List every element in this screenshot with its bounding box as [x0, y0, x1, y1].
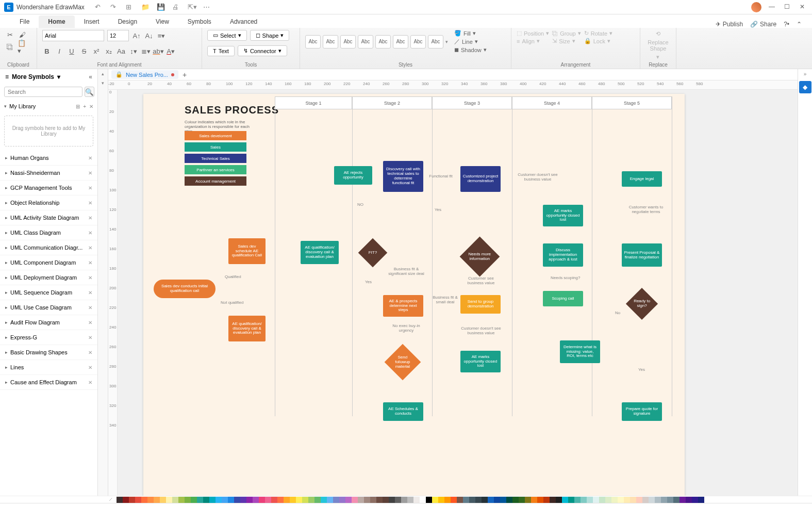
replace-shape-button[interactable]: ⟲Replace Shape▾	[648, 30, 668, 60]
library-item-close-icon[interactable]: ✕	[88, 350, 92, 355]
eyedropper-icon[interactable]: ⟋	[108, 496, 113, 503]
color-swatch[interactable]	[160, 497, 166, 503]
library-item[interactable]: ▸Cause and Effect Diagram✕	[0, 375, 97, 390]
line-button[interactable]: ／ Line▾	[454, 38, 487, 45]
tab-home[interactable]: Home	[39, 15, 74, 28]
color-swatch[interactable]	[296, 497, 302, 503]
color-swatch[interactable]	[222, 497, 228, 503]
share-button[interactable]: 🔗 Share	[750, 21, 776, 28]
subscript-icon[interactable]: x₂	[104, 46, 113, 56]
color-swatch[interactable]	[512, 497, 519, 503]
color-swatch[interactable]	[228, 497, 234, 503]
color-swatch[interactable]	[321, 497, 327, 503]
node-sendgroup[interactable]: Send to group demonstration	[460, 295, 501, 314]
library-item-close-icon[interactable]: ✕	[88, 215, 92, 221]
node-fit[interactable]: FIT?	[358, 238, 388, 268]
save-icon[interactable]: 💾	[157, 3, 165, 11]
search-icon[interactable]: 🔍	[85, 87, 94, 97]
maximize-icon[interactable]: ☐	[784, 3, 792, 11]
color-swatch[interactable]	[562, 497, 568, 503]
node-present[interactable]: Present Proposal & finalize negotiation	[622, 243, 662, 267]
font-color-icon[interactable]: A▾	[166, 46, 175, 56]
color-swatch[interactable]	[277, 497, 284, 503]
color-swatch[interactable]	[147, 497, 154, 503]
color-swatch[interactable]	[500, 497, 506, 503]
qat-customize-icon[interactable]: ⋯	[203, 3, 211, 11]
copy-icon[interactable]: ⿻	[5, 42, 14, 52]
library-item-close-icon[interactable]: ✕	[88, 155, 92, 161]
library-item[interactable]: ▸Lines✕	[0, 360, 97, 375]
color-swatch[interactable]	[197, 497, 203, 503]
tab-insert[interactable]: Insert	[75, 15, 109, 28]
color-swatch[interactable]	[234, 497, 240, 503]
library-item-close-icon[interactable]: ✕	[88, 185, 92, 191]
library-item[interactable]: ▸Nassi-Shneiderman✕	[0, 166, 97, 181]
undo-icon[interactable]: ↶	[95, 3, 103, 11]
library-item[interactable]: ▸UML Component Diagram✕	[0, 255, 97, 270]
color-swatch[interactable]	[352, 497, 358, 503]
color-swatch[interactable]	[642, 497, 649, 503]
library-item[interactable]: ▸UML Sequence Diagram✕	[0, 285, 97, 300]
color-swatch[interactable]	[413, 497, 420, 503]
color-swatch[interactable]	[154, 497, 160, 503]
color-swatch[interactable]	[265, 497, 271, 503]
text-button[interactable]: T Text	[207, 46, 235, 56]
style-preset-6[interactable]: Abc	[393, 35, 408, 48]
color-swatch[interactable]	[438, 497, 444, 503]
color-swatch[interactable]	[531, 497, 537, 503]
node-engage[interactable]: Engage legal	[622, 171, 662, 187]
lock-button[interactable]: 🔒 Lock▾	[584, 38, 612, 44]
node-followup[interactable]: Send followup material	[385, 344, 421, 381]
library-item-close-icon[interactable]: ✕	[88, 230, 92, 236]
color-swatch[interactable]	[469, 497, 475, 503]
library-item[interactable]: ▸Object Relationship✕	[0, 195, 97, 210]
font-size-select[interactable]	[107, 30, 129, 41]
library-item-close-icon[interactable]: ✕	[88, 170, 92, 176]
underline-icon[interactable]: U	[67, 46, 76, 56]
color-swatch[interactable]	[216, 497, 222, 503]
style-preset-4[interactable]: Abc	[358, 35, 373, 48]
color-swatch[interactable]	[426, 497, 432, 503]
color-swatch[interactable]	[519, 497, 525, 503]
node-missing[interactable]: Determine what is missing: value, ROI, t…	[560, 340, 600, 363]
color-swatch[interactable]	[581, 497, 587, 503]
color-swatch[interactable]	[290, 497, 296, 503]
size-button[interactable]: ⇲ Size▾	[552, 38, 581, 44]
color-swatch[interactable]	[420, 497, 426, 503]
gutter-up-icon[interactable]: ▴	[102, 69, 104, 78]
library-item-close-icon[interactable]: ✕	[88, 260, 92, 266]
increase-font-icon[interactable]: A↑	[132, 31, 141, 40]
color-swatch[interactable]	[383, 497, 389, 503]
export-icon[interactable]: ⇱▾	[188, 3, 196, 11]
library-item[interactable]: ▸Express-G✕	[0, 330, 97, 345]
publish-button[interactable]: ✈ Publish	[716, 21, 743, 28]
color-swatch[interactable]	[178, 497, 185, 503]
node-closed2[interactable]: AE marks opportunity closed lost	[543, 205, 583, 226]
color-swatch[interactable]	[401, 497, 407, 503]
position-button[interactable]: ⬚ Position▾	[517, 30, 549, 37]
color-swatch[interactable]	[345, 497, 352, 503]
align-icon[interactable]: ≡▾	[157, 31, 166, 40]
color-swatch[interactable]	[457, 497, 463, 503]
color-swatch[interactable]	[482, 497, 488, 503]
collapse-ribbon-icon[interactable]: ⌃	[797, 21, 802, 28]
style-preset-3[interactable]: Abc	[340, 35, 356, 48]
node-closed1[interactable]: AE marks opportunity closed lost	[460, 351, 501, 372]
tab-file[interactable]: File	[10, 15, 39, 28]
library-drop-zone[interactable]: Drag symbols here to add to My Library	[4, 116, 93, 146]
color-swatch[interactable]	[432, 497, 438, 503]
tab-view[interactable]: View	[146, 15, 178, 28]
color-swatch[interactable]	[574, 497, 581, 503]
node-ae-qual-1[interactable]: AE qualification/ discovery call & evalu…	[301, 241, 339, 264]
color-swatch[interactable]	[308, 497, 314, 503]
my-library-header[interactable]: ▾ My Library ⊞ + ✕	[4, 101, 93, 111]
styles-more-icon[interactable]: ▾	[445, 39, 448, 44]
library-item-close-icon[interactable]: ✕	[88, 320, 92, 325]
color-swatch[interactable]	[123, 497, 129, 503]
close-icon[interactable]: ✕	[800, 3, 808, 11]
node-schedule[interactable]: Sales dev schedule AE qualification Call	[228, 238, 266, 264]
add-tab-icon[interactable]: +	[183, 71, 187, 79]
library-item-close-icon[interactable]: ✕	[88, 335, 92, 340]
color-swatch[interactable]	[636, 497, 642, 503]
color-swatch[interactable]	[587, 497, 593, 503]
